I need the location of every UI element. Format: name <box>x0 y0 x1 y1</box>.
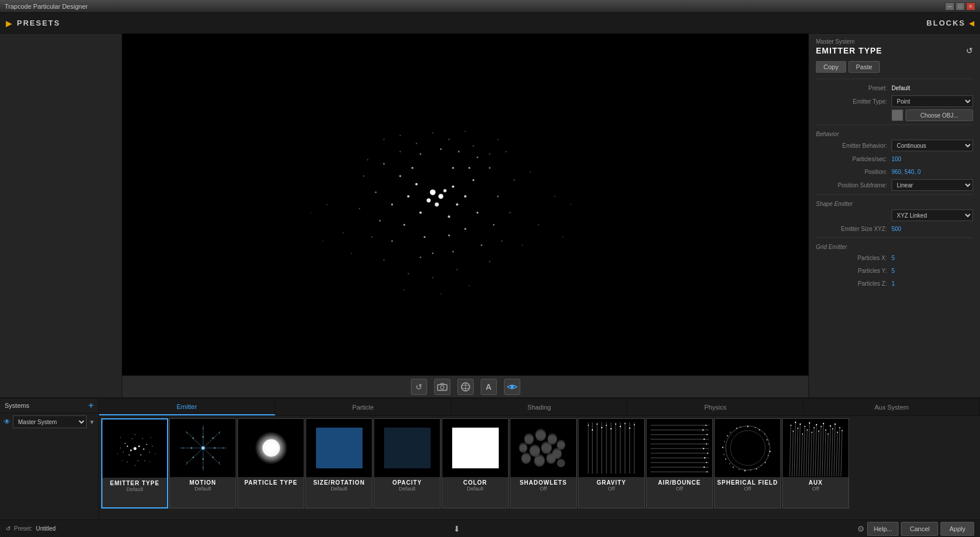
svg-point-72 <box>400 135 401 136</box>
maximize-btn[interactable]: □ <box>956 2 965 10</box>
bottom-actions: ⚙ Help... Cancel Apply <box>857 522 974 536</box>
block-spherical-field[interactable]: SPHERICAL FIELD Off <box>714 418 781 508</box>
reset-btn[interactable]: ↺ <box>966 46 973 55</box>
svg-point-49 <box>448 139 449 140</box>
position-value[interactable]: 960, 540, 0 <box>892 169 973 175</box>
tab-shading[interactable]: Shading <box>452 399 628 415</box>
text-btn[interactable]: A <box>481 379 497 395</box>
particles-z-value[interactable]: 1 <box>892 280 973 287</box>
emitter-behavior-row: Emitter Behavior: Continuous Explode Pul… <box>809 138 980 152</box>
svg-point-202 <box>706 462 707 463</box>
block-opacity[interactable]: OPACITY Default <box>374 418 441 508</box>
block-aux[interactable]: AUX Off <box>782 418 849 508</box>
svg-point-46 <box>408 273 409 274</box>
preset-info: ↺ Preset: Untitled <box>6 525 56 532</box>
svg-point-32 <box>452 251 454 253</box>
svg-point-207 <box>747 426 748 427</box>
emitter-behavior-select[interactable]: Continuous Explode Pulse <box>892 140 973 151</box>
preset-reset-icon[interactable]: ↺ <box>6 525 10 532</box>
svg-line-236 <box>801 434 803 476</box>
add-system-btn[interactable]: + <box>88 401 94 410</box>
paste-btn[interactable]: Paste <box>848 61 880 73</box>
visibility-icon[interactable]: 👁 <box>3 418 10 426</box>
emitter-type-preview <box>102 419 167 478</box>
minimize-btn[interactable]: ─ <box>945 2 954 10</box>
tab-physics[interactable]: Physics <box>627 399 804 415</box>
orbit-btn[interactable] <box>457 379 474 395</box>
system-select[interactable]: Master System <box>13 415 87 428</box>
block-color[interactable]: COLOR Default <box>442 418 509 508</box>
block-emitter-type[interactable]: EMITTER TYPE Default <box>101 418 168 508</box>
svg-point-66 <box>521 244 523 246</box>
color-swatch[interactable] <box>892 109 903 121</box>
close-btn[interactable]: ✕ <box>966 2 975 10</box>
svg-point-178 <box>615 424 616 425</box>
svg-point-149 <box>557 459 565 467</box>
dropdown-arrow-icon: ▼ <box>89 419 95 425</box>
save-icon[interactable]: ⬇ <box>453 524 460 534</box>
particles-x-value[interactable]: 5 <box>892 255 973 261</box>
svg-point-269 <box>825 429 826 431</box>
emitter-size-val-value[interactable]: 500 <box>892 226 973 232</box>
gravity-sub: Off <box>608 486 615 492</box>
choose-obj-btn[interactable]: Choose OBJ... <box>906 109 973 121</box>
block-shadowlets[interactable]: SHADOWLETS Off <box>510 418 577 508</box>
particles-sec-label: Particles/sec: <box>816 156 892 162</box>
apply-btn[interactable]: Apply <box>940 522 974 536</box>
help-btn[interactable]: Help... <box>867 522 899 536</box>
size-rotation-preview <box>306 419 372 477</box>
orbit-icon <box>460 382 471 392</box>
svg-point-159 <box>534 454 545 465</box>
particles-y-value[interactable]: 5 <box>892 268 973 274</box>
svg-line-243 <box>818 431 819 476</box>
copy-btn[interactable]: Copy <box>816 61 846 73</box>
motion-label: MOTION <box>190 479 216 486</box>
svg-point-56 <box>326 204 328 205</box>
undo-btn[interactable]: ↺ <box>411 379 427 395</box>
svg-point-69 <box>404 289 405 290</box>
master-system-label: Master System <box>816 38 973 45</box>
position-subframe-select[interactable]: Linear Curved Off <box>892 179 973 191</box>
svg-point-153 <box>557 440 565 448</box>
svg-point-63 <box>562 236 563 237</box>
svg-point-194 <box>705 425 706 426</box>
blocks-toggle-icon[interactable]: ◀ <box>969 19 974 27</box>
divider-3 <box>816 194 973 195</box>
eye-icon <box>507 383 517 390</box>
svg-point-60 <box>384 139 385 140</box>
emitter-size-xyz-select[interactable]: XYZ Linked X Y Z <box>892 209 973 221</box>
camera-btn[interactable] <box>434 379 450 395</box>
block-size-rotation[interactable]: SIZE/ROTATION Default <box>306 418 372 508</box>
emitter-type-select[interactable]: Point Box Sphere Grid Light Layer <box>892 95 973 107</box>
svg-point-172 <box>588 425 589 426</box>
tab-particle[interactable]: Particle <box>275 399 452 415</box>
particle-type-preview <box>238 419 304 477</box>
svg-point-216 <box>722 447 723 448</box>
eye-btn[interactable] <box>504 379 520 395</box>
tab-aux-system[interactable]: Aux System <box>804 399 980 415</box>
particles-y-row: Particles Y: 5 <box>809 264 980 277</box>
svg-point-81 <box>133 447 136 450</box>
presets-toggle-icon[interactable]: ▶ <box>6 19 12 28</box>
shape-emitter-label: Shape Emitter <box>809 197 980 208</box>
block-air-bounce[interactable]: AIR/BOUNCE Off <box>646 418 713 508</box>
cancel-btn[interactable]: Cancel <box>901 522 938 536</box>
particles-sec-value[interactable]: 100 <box>892 156 973 162</box>
svg-point-267 <box>821 426 822 427</box>
svg-point-85 <box>126 446 127 447</box>
svg-line-113 <box>186 448 203 465</box>
bottom-section: Systems + 👁 Master System ▼ Emitter Part… <box>0 397 980 537</box>
svg-point-208 <box>759 429 760 431</box>
settings-icon[interactable]: ⚙ <box>857 524 865 534</box>
block-particle-type[interactable]: PARTICLE TYPE <box>237 418 304 508</box>
color-svg <box>443 419 507 476</box>
svg-point-105 <box>122 460 122 461</box>
svg-point-42 <box>371 236 372 237</box>
block-motion[interactable]: MOTION Default <box>169 418 236 508</box>
svg-point-64 <box>310 212 311 213</box>
svg-line-235 <box>799 424 800 476</box>
tab-emitter[interactable]: Emitter <box>99 399 275 415</box>
aux-label: AUX <box>808 479 822 486</box>
svg-line-251 <box>836 432 837 476</box>
block-gravity[interactable]: GRAVITY Off <box>578 418 645 508</box>
